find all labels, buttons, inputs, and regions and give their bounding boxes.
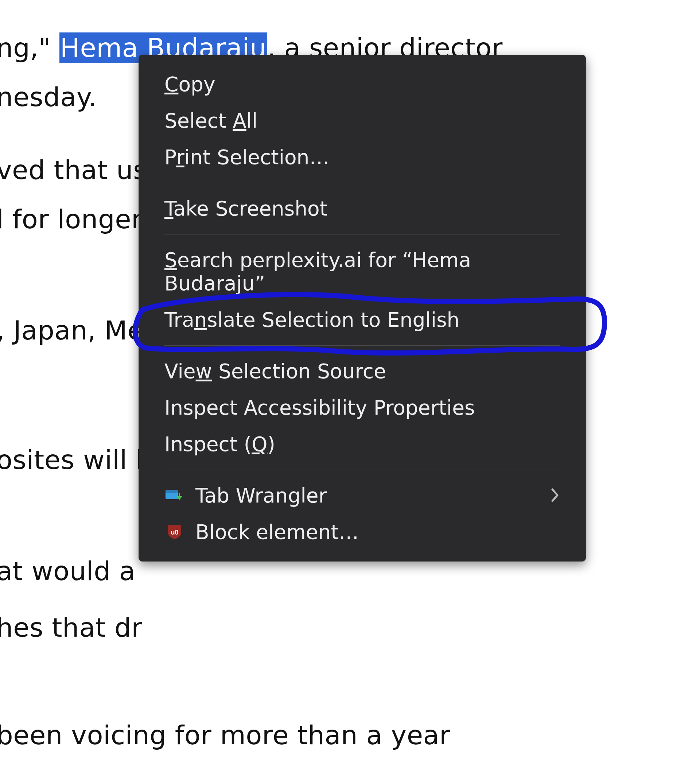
text-line-4: l for longer bbox=[0, 206, 142, 232]
menu-label: Search perplexity.ai for “Hema Budaraju” bbox=[164, 248, 560, 295]
text-line-5: , Japan, Me bbox=[0, 317, 144, 343]
text-line-7: at would a bbox=[0, 558, 135, 584]
tab-wrangler-icon bbox=[164, 489, 184, 502]
menu-separator bbox=[164, 345, 560, 346]
menu-label: Copy bbox=[164, 72, 560, 96]
menu-view-selection-source[interactable]: View Selection Source bbox=[139, 353, 585, 389]
menu-search-selection[interactable]: Search perplexity.ai for “Hema Budaraju” bbox=[139, 242, 585, 302]
menu-tab-wrangler[interactable]: Tab Wrangler bbox=[139, 477, 585, 514]
text-line-6: osites will b bbox=[0, 447, 153, 473]
menu-print-selection[interactable]: Print Selection… bbox=[139, 139, 585, 175]
text-line-9: been voicing for more than a year bbox=[0, 722, 450, 748]
menu-inspect-accessibility[interactable]: Inspect Accessibility Properties bbox=[139, 389, 585, 426]
text-line-2: nesday. bbox=[0, 84, 97, 110]
svg-rect-2 bbox=[179, 493, 180, 497]
menu-label: Take Screenshot bbox=[164, 197, 560, 220]
context-menu: Copy Select All Print Selection… Take Sc… bbox=[138, 55, 586, 562]
menu-inspect[interactable]: Inspect (Q) bbox=[139, 426, 585, 462]
menu-translate-selection[interactable]: Translate Selection to English bbox=[139, 302, 585, 338]
menu-take-screenshot[interactable]: Take Screenshot bbox=[139, 190, 585, 227]
menu-select-all[interactable]: Select All bbox=[139, 102, 585, 139]
menu-separator bbox=[164, 183, 560, 183]
menu-label: Inspect Accessibility Properties bbox=[164, 396, 560, 419]
menu-label: Tab Wrangler bbox=[195, 484, 551, 507]
text-line-8: hes that dr bbox=[0, 614, 142, 641]
menu-label: Inspect (Q) bbox=[164, 433, 560, 456]
menu-label: Print Selection… bbox=[164, 145, 560, 169]
menu-label: Translate Selection to English bbox=[164, 308, 560, 331]
chevron-right-icon bbox=[551, 484, 560, 507]
menu-block-element[interactable]: u0 Block element… bbox=[139, 514, 585, 550]
menu-separator bbox=[164, 470, 560, 470]
menu-label: View Selection Source bbox=[164, 359, 560, 383]
menu-separator bbox=[164, 234, 560, 235]
menu-copy[interactable]: Copy bbox=[139, 66, 585, 102]
svg-rect-1 bbox=[165, 490, 178, 493]
svg-text:u0: u0 bbox=[171, 529, 178, 536]
text-fragment: ng," bbox=[0, 33, 60, 63]
menu-label: Block element… bbox=[195, 520, 560, 544]
text-line-3: ved that us bbox=[0, 157, 147, 183]
menu-label: Select All bbox=[164, 109, 560, 132]
ublock-origin-icon: u0 bbox=[164, 524, 184, 540]
